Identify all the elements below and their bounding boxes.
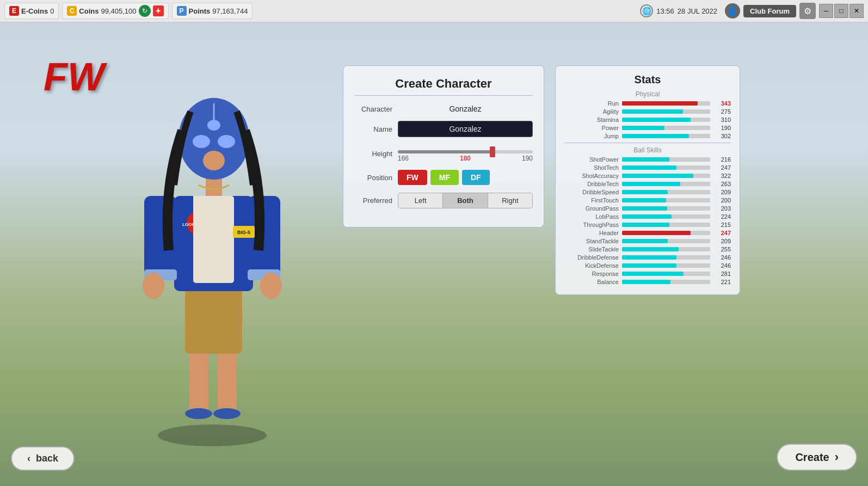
minimize-button[interactable]: ─ xyxy=(819,4,833,18)
height-track[interactable] xyxy=(398,150,533,153)
stat-row: Run343 xyxy=(564,100,731,107)
refresh-icon[interactable]: ↻ xyxy=(139,5,151,17)
stat-name-label: FirstTouch xyxy=(564,197,619,204)
settings-button[interactable]: ⚙ xyxy=(799,3,816,19)
ecoins-icon: E xyxy=(9,6,19,16)
name-input[interactable] xyxy=(398,121,533,137)
stat-bar-fill xyxy=(622,231,691,235)
svg-text:BIG-5: BIG-5 xyxy=(237,230,250,235)
name-label: Name xyxy=(354,125,392,133)
stat-value: 247 xyxy=(713,230,731,236)
ecoins-section: E E-Coins 0 xyxy=(4,3,59,19)
stat-value: 302 xyxy=(713,133,731,139)
stat-bar xyxy=(622,247,710,251)
stat-bar xyxy=(622,214,710,219)
stat-bar-fill xyxy=(622,239,668,243)
stat-name-label: Stamina xyxy=(564,116,619,123)
svg-point-3 xyxy=(185,408,212,419)
height-label: Height xyxy=(354,150,392,158)
stat-row: DribbleDefense246 xyxy=(564,254,731,261)
svg-point-17 xyxy=(260,273,282,299)
stat-value: 200 xyxy=(713,197,731,204)
preferred-both-button[interactable]: Both xyxy=(443,193,488,208)
position-fw-button[interactable]: FW xyxy=(398,170,427,185)
stat-bar-fill xyxy=(622,134,689,138)
stat-name-label: SlideTackle xyxy=(564,246,619,253)
stat-bar xyxy=(622,101,710,106)
stat-value: 203 xyxy=(713,205,731,212)
svg-rect-1 xyxy=(189,348,208,414)
create-label: Create xyxy=(795,451,829,464)
stat-bar xyxy=(622,280,710,284)
stat-name-label: DribbleTech xyxy=(564,181,619,187)
points-section: P Points 97,163,744 xyxy=(172,3,253,19)
position-mf-button[interactable]: MF xyxy=(430,170,459,185)
svg-point-23 xyxy=(218,135,235,148)
stat-name-label: KickDefense xyxy=(564,262,619,269)
stat-row: StandTackle209 xyxy=(564,238,731,244)
stat-row: Agility275 xyxy=(564,108,731,115)
height-thumb[interactable] xyxy=(490,146,495,157)
ball-skills-section-label: Ball Skills xyxy=(564,146,731,154)
position-df-button[interactable]: DF xyxy=(462,170,490,185)
stat-value: 247 xyxy=(713,164,731,171)
stat-name-label: Jump xyxy=(564,133,619,139)
stat-bar-fill xyxy=(622,118,691,122)
stat-value: 224 xyxy=(713,213,731,220)
create-button[interactable]: Create › xyxy=(777,444,857,471)
stat-name-label: DribbleDefense xyxy=(564,254,619,261)
stat-bar xyxy=(622,206,710,211)
club-forum-button[interactable]: Club Forum xyxy=(743,5,796,17)
globe-icon: 🌐 xyxy=(640,4,653,17)
stat-row: Response281 xyxy=(564,270,731,277)
coins-value: 99,405,100 xyxy=(101,7,136,15)
stat-name-label: DribbleSpeed xyxy=(564,189,619,195)
stat-name-label: ShotTech xyxy=(564,164,619,171)
stat-bar xyxy=(622,134,710,138)
stat-bar-fill xyxy=(622,174,693,178)
height-max: 190 xyxy=(522,155,533,162)
fw-logo: FW xyxy=(44,54,104,99)
points-label: Points xyxy=(189,7,211,15)
stats-rows: Run343Agility275Stamina310Power190Jump30… xyxy=(564,100,731,285)
stat-row: SlideTackle255 xyxy=(564,246,731,253)
preferred-left-button[interactable]: Left xyxy=(398,193,443,208)
preferred-label: Preferred xyxy=(354,196,392,205)
stat-row: LobPass224 xyxy=(564,213,731,220)
maximize-button[interactable]: □ xyxy=(834,4,848,18)
stat-bar-fill xyxy=(622,255,676,260)
svg-point-22 xyxy=(193,135,210,148)
stat-value: 322 xyxy=(713,173,731,179)
stat-name-label: Balance xyxy=(564,279,619,285)
stat-name-label: ShotPower xyxy=(564,156,619,163)
stat-bar xyxy=(622,165,710,170)
preferred-right-button[interactable]: Right xyxy=(488,193,532,208)
stat-name-label: Run xyxy=(564,100,619,107)
stat-name-label: GroundPass xyxy=(564,205,619,212)
stat-bar xyxy=(622,126,710,130)
back-button[interactable]: ‹ back xyxy=(11,446,75,471)
stat-bar-fill xyxy=(622,223,669,227)
coins-section: C Coins 99,405,100 ↻ + xyxy=(62,3,168,19)
position-buttons: FW MF DF xyxy=(398,170,533,185)
stat-bar-fill xyxy=(622,165,676,170)
height-labels: 166 180 190 xyxy=(398,155,533,162)
stat-row: ShotAccuracy322 xyxy=(564,173,731,179)
stat-bar-fill xyxy=(622,126,664,130)
stat-bar xyxy=(622,223,710,227)
coins-label: Coins xyxy=(79,7,99,15)
coins-icon: C xyxy=(67,6,77,16)
svg-point-0 xyxy=(158,425,267,446)
close-button[interactable]: ✕ xyxy=(849,4,864,18)
add-coins-button[interactable]: + xyxy=(153,5,164,16)
height-row: Height 166 180 190 xyxy=(354,145,533,162)
character-row: Character Gonzalez xyxy=(354,104,533,113)
stat-row: Header247 xyxy=(564,230,731,236)
stats-title: Stats xyxy=(564,73,731,86)
stat-bar-fill xyxy=(622,206,667,211)
svg-point-26 xyxy=(207,120,220,131)
svg-rect-2 xyxy=(218,348,237,414)
create-character-panel: Create Character Character Gonzalez Name… xyxy=(343,65,544,227)
stat-value: 209 xyxy=(713,238,731,244)
stat-bar-fill xyxy=(622,101,698,106)
